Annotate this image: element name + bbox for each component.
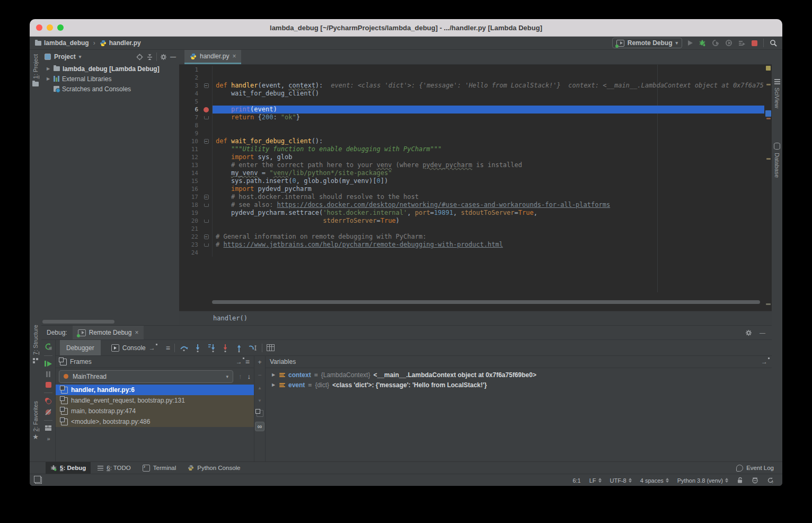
editor-tab-handler[interactable]: handler.py × xyxy=(184,50,241,64)
stop-button[interactable] xyxy=(46,382,51,388)
expand-arrow-icon[interactable]: ▶ xyxy=(46,76,51,81)
execution-line-mark[interactable] xyxy=(765,110,771,117)
project-panel-title[interactable]: Project xyxy=(54,53,76,60)
tool-window-button-todo[interactable]: 6: TODO xyxy=(93,462,136,474)
resume-button[interactable] xyxy=(45,361,52,367)
close-icon[interactable]: × xyxy=(135,329,138,336)
line-number[interactable]: 16 xyxy=(179,185,200,193)
pin-icon[interactable]: → xyxy=(236,358,242,365)
warning-mark[interactable] xyxy=(766,84,771,85)
force-step-into-button[interactable] xyxy=(220,343,230,353)
coverage-button[interactable] xyxy=(725,39,732,47)
view-breakpoints-button[interactable] xyxy=(45,398,51,404)
debug-button[interactable] xyxy=(699,39,706,47)
search-everywhere-icon[interactable] xyxy=(770,39,777,47)
chevron-down-icon[interactable]: ▾ xyxy=(79,54,82,59)
profiler-button[interactable] xyxy=(738,39,746,47)
lock-icon[interactable] xyxy=(737,477,743,484)
frame-row[interactable]: handler, handler.py:6 xyxy=(56,385,254,395)
tool-window-button-structure[interactable]: 7: Structure xyxy=(30,325,41,363)
update-indicator-icon[interactable]: ? xyxy=(767,477,774,484)
line-number[interactable]: 8 xyxy=(179,121,200,129)
line-number[interactable]: 12 xyxy=(179,153,200,161)
step-out-button[interactable] xyxy=(234,343,244,353)
pin-icon[interactable]: → xyxy=(761,358,767,365)
fold-end-icon[interactable] xyxy=(204,116,209,119)
fold-end-icon[interactable] xyxy=(204,204,209,207)
line-number[interactable]: 20 xyxy=(179,217,200,225)
warning-mark[interactable] xyxy=(766,158,771,160)
line-number[interactable]: 18 xyxy=(179,201,200,209)
evaluate-expression-button[interactable] xyxy=(267,344,275,351)
line-number[interactable]: 24 xyxy=(179,249,200,257)
line-number[interactable]: 5 xyxy=(179,98,200,106)
tree-item-project-root[interactable]: ▶ lambda_debug [Lambda Debug] xyxy=(41,64,179,74)
add-watch-button[interactable]: + xyxy=(255,358,264,367)
thread-selector[interactable]: MainThread ▾ xyxy=(59,370,233,383)
step-over-button[interactable] xyxy=(179,343,189,353)
breadcrumb-file[interactable]: handler.py xyxy=(109,39,141,47)
line-number[interactable]: 15 xyxy=(179,177,200,185)
run-to-cursor-button[interactable] xyxy=(248,343,258,353)
tool-window-button-database[interactable]: Database xyxy=(772,143,782,178)
expand-arrow-icon[interactable]: ▶ xyxy=(46,66,51,71)
line-number[interactable]: 7 xyxy=(179,114,200,121)
tab-debugger[interactable]: Debugger xyxy=(60,340,101,355)
line-number[interactable]: 11 xyxy=(179,145,200,153)
highlighting-level-icon[interactable] xyxy=(752,477,758,484)
restore-layout-button[interactable] xyxy=(45,425,51,431)
hide-panel-icon[interactable]: — xyxy=(760,329,765,336)
line-number[interactable]: 13 xyxy=(179,161,200,169)
remove-watch-button[interactable]: − xyxy=(255,371,264,379)
fold-end-icon[interactable] xyxy=(204,220,209,223)
warning-mark[interactable] xyxy=(766,118,771,119)
variable-row[interactable]: ▶context = {LambdaContext}<__main__.Lamb… xyxy=(266,370,772,380)
minimize-window-button[interactable] xyxy=(47,24,53,31)
more-icon[interactable]: » xyxy=(47,435,49,442)
expand-arrow-icon[interactable]: ▶ xyxy=(271,382,276,387)
line-number[interactable]: 23 xyxy=(179,241,200,249)
variable-row[interactable]: ▶event = {dict}<class 'dict'>: {'message… xyxy=(266,380,772,390)
move-down-button[interactable]: ▼ xyxy=(255,396,264,405)
tool-window-button-sciview[interactable]: SciView xyxy=(772,79,782,108)
gear-icon[interactable] xyxy=(160,54,167,60)
step-into-button[interactable] xyxy=(193,343,202,353)
line-separator-select[interactable]: LF xyxy=(589,477,602,484)
layout-settings-icon[interactable]: ≡ xyxy=(166,344,170,352)
next-frame-button[interactable]: ↓ xyxy=(248,372,251,380)
tree-item-scratches[interactable]: Scratches and Consoles xyxy=(41,84,179,94)
duplicate-watch-icon[interactable] xyxy=(255,409,264,417)
frame-row[interactable]: main, bootstrap.py:474 xyxy=(56,406,254,416)
frames-options-icon[interactable]: ≡ xyxy=(245,358,250,366)
debug-session-tab[interactable]: Remote Debug × xyxy=(73,326,144,339)
close-icon[interactable]: × xyxy=(232,53,236,60)
tree-item-external-libraries[interactable]: ▶ External Libraries xyxy=(41,74,179,84)
line-number[interactable]: 22 xyxy=(179,233,200,241)
code-editor[interactable]: 123−def handler(event, context):event: <… xyxy=(179,65,764,292)
inspections-status-icon[interactable] xyxy=(766,66,771,71)
line-number[interactable]: 10 xyxy=(179,137,200,145)
tool-window-button-project[interactable]: 1: Project xyxy=(30,54,41,86)
fold-open-icon[interactable]: − xyxy=(204,139,209,144)
collapse-all-icon[interactable] xyxy=(146,54,153,60)
pause-button[interactable] xyxy=(46,371,50,377)
line-number[interactable]: 3 xyxy=(179,82,200,90)
line-number[interactable]: 4 xyxy=(179,90,200,98)
frame-row[interactable]: handle_event_request, bootstrap.py:131 xyxy=(56,395,254,406)
event-log-button[interactable]: Event Log xyxy=(736,465,782,472)
hide-panel-icon[interactable]: — xyxy=(170,54,176,60)
step-into-my-code-button[interactable] xyxy=(207,343,216,353)
line-number[interactable]: 17 xyxy=(179,193,200,201)
encoding-select[interactable]: UTF-8 xyxy=(610,477,632,484)
line-number[interactable]: 6 xyxy=(179,106,200,114)
editor-breadcrumb[interactable]: handler() xyxy=(213,315,248,322)
stop-button[interactable] xyxy=(752,40,757,46)
tool-window-button-favorites[interactable]: 2: Favorites ★ xyxy=(30,401,41,440)
attach-to-process-button[interactable] xyxy=(712,39,719,47)
line-number[interactable]: 21 xyxy=(179,225,200,233)
interpreter-select[interactable]: Python 3.8 (venv) xyxy=(677,477,728,484)
tab-console[interactable]: Console → xyxy=(105,340,162,355)
warning-mark[interactable] xyxy=(766,303,771,305)
zoom-window-button[interactable] xyxy=(57,24,64,31)
gear-icon[interactable] xyxy=(745,329,752,336)
